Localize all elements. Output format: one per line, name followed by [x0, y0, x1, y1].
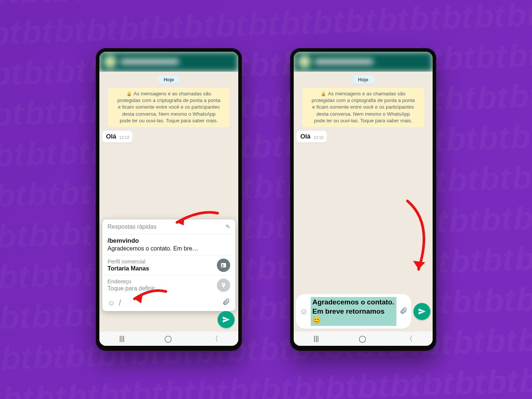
quick-reply-command: /bemvindo	[108, 237, 230, 245]
message-text: Olá	[106, 133, 116, 140]
back-nav-icon[interactable]: 〈	[212, 334, 218, 343]
emoji-icon[interactable]: ☺	[300, 307, 308, 316]
message-incoming[interactable]: Olá 12:12	[297, 131, 327, 143]
pencil-icon[interactable]: ✎	[225, 223, 230, 230]
send-button[interactable]	[413, 303, 430, 320]
lock-icon: 🔒	[126, 91, 132, 97]
contact-name-blurred	[314, 59, 374, 64]
recents-nav-icon[interactable]: |||	[314, 335, 319, 342]
quick-reply-item[interactable]: /bemvindo Agradecemos o contato. Em bre…	[102, 234, 235, 255]
send-button[interactable]	[218, 311, 235, 328]
address-label: Endereço	[108, 278, 213, 284]
phone-screen: Hoje 🔒As mensagens e as chamadas são pro…	[294, 52, 433, 346]
message-input[interactable]: ☺ Agradecemos o contato. Em breve retorn…	[296, 294, 411, 329]
quick-reply-input-row[interactable]: ☺ /	[102, 295, 235, 311]
draft-text: Agradecemos o contato. Em breve retornam…	[311, 297, 396, 326]
contact-card-icon	[217, 259, 230, 272]
quick-replies-title: Respostas rápidas	[108, 224, 157, 230]
phone-screen: Hoje 🔒As mensagens e as chamadas são pro…	[99, 52, 238, 346]
date-chip: Hoje	[158, 75, 179, 84]
background-pattern	[0, 0, 532, 399]
avatar[interactable]	[298, 55, 311, 68]
message-incoming[interactable]: Olá 12:12	[102, 131, 132, 143]
date-chip: Hoje	[353, 75, 374, 84]
home-nav-icon[interactable]: ◯	[164, 335, 172, 343]
chat-body: Hoje 🔒As mensagens e as chamadas são pro…	[294, 72, 433, 293]
attach-icon[interactable]	[222, 298, 230, 308]
slash-input-text: /	[119, 298, 121, 308]
emoji-icon[interactable]: ☺	[108, 299, 115, 307]
quick-reply-preview: Agradecemos o contato. Em bre…	[108, 245, 230, 252]
business-profile-value: Tortaria Manas	[108, 265, 213, 272]
message-text: Olá	[300, 133, 310, 140]
business-profile-item[interactable]: Perfil comercial Tortaria Manas	[102, 255, 235, 275]
contact-name-blurred	[120, 59, 179, 64]
attach-icon[interactable]	[399, 307, 407, 316]
location-pin-icon	[217, 279, 230, 292]
phone-mockup-left: Hoje 🔒As mensagens e as chamadas são pro…	[96, 48, 242, 351]
quick-replies-card: Respostas rápidas ✎ /bemvindo Agradecemo…	[102, 219, 235, 311]
address-item[interactable]: Endereço Toque para definir	[102, 275, 235, 295]
chat-header[interactable]	[99, 52, 238, 72]
message-time: 12:12	[313, 135, 324, 140]
recents-nav-icon[interactable]: |||	[119, 335, 125, 342]
avatar[interactable]	[104, 55, 116, 68]
message-time: 12:12	[119, 135, 129, 140]
android-nav-bar: ||| ◯ 〈	[294, 331, 433, 346]
quick-replies-header: Respostas rápidas ✎	[102, 219, 235, 234]
android-nav-bar: ||| ◯ 〈	[99, 331, 238, 346]
svg-rect-2	[222, 266, 224, 267]
svg-marker-5	[413, 261, 425, 269]
home-nav-icon[interactable]: ◯	[359, 335, 366, 343]
business-profile-label: Perfil comercial	[108, 258, 213, 265]
address-value: Toque para definir	[108, 285, 213, 292]
chat-header[interactable]	[294, 52, 433, 72]
encryption-notice[interactable]: 🔒As mensagens e as chamadas são protegid…	[302, 88, 424, 127]
composer-area: ☺ Agradecemos o contato. Em breve retorn…	[294, 293, 433, 331]
svg-point-1	[222, 264, 224, 266]
encryption-text: As mensagens e as chamadas são protegida…	[311, 91, 415, 123]
lock-icon: 🔒	[321, 91, 326, 97]
annotation-arrow	[393, 197, 433, 280]
send-button-wrap	[218, 311, 235, 328]
encryption-text: As mensagens e as chamadas são protegida…	[117, 91, 220, 123]
back-nav-icon[interactable]: 〈	[406, 334, 413, 343]
phone-mockup-right: Hoje 🔒As mensagens e as chamadas são pro…	[290, 48, 436, 351]
encryption-notice[interactable]: 🔒As mensagens e as chamadas são protegid…	[108, 88, 230, 127]
chat-body: Hoje 🔒As mensagens e as chamadas são pro…	[99, 72, 238, 331]
